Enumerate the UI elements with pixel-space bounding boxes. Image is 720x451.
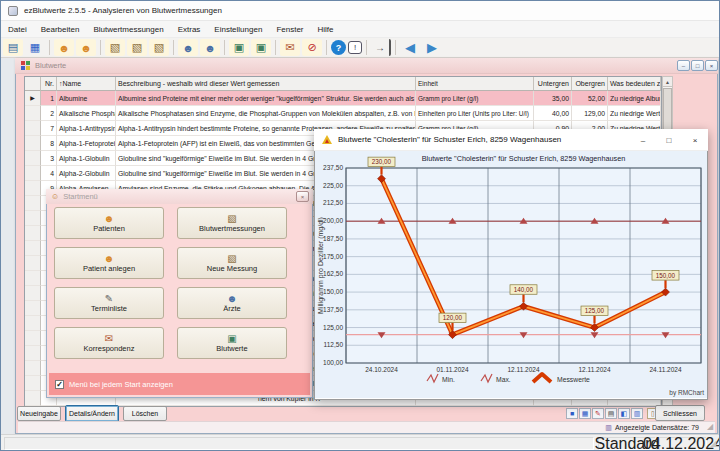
button-label: Patient anlegen xyxy=(83,264,135,273)
svg-text:Milligramm pro Deziliter (mg/: Milligramm pro Deziliter (mg/dl) xyxy=(317,217,325,314)
svg-text:137,50: 137,50 xyxy=(323,306,343,313)
measurement-new-icon[interactable]: ▧ xyxy=(127,39,147,56)
exit-icon[interactable]: → xyxy=(371,39,391,56)
col-obergrenze[interactable]: Obergren xyxy=(572,77,608,91)
view-card-icon[interactable]: ■ xyxy=(566,408,578,419)
terminliste-button[interactable]: ✎ Terminliste xyxy=(54,287,164,319)
col-einheit[interactable]: Einheit xyxy=(416,77,534,91)
svg-text:Max.: Max. xyxy=(496,376,511,383)
toolbar-separator xyxy=(100,40,101,55)
correspondence-icon[interactable]: ✉ xyxy=(280,39,300,56)
aerzte-button[interactable]: ☻ Ärzte xyxy=(177,287,287,319)
no-show-icon[interactable]: ⊘ xyxy=(302,39,322,56)
chart-maximize-button[interactable]: □ xyxy=(656,129,682,151)
toolbar-separator xyxy=(366,40,367,55)
patient-new-icon[interactable]: ☻ xyxy=(76,39,96,56)
menu-extras[interactable]: Extras xyxy=(171,23,208,36)
col-untergrenze[interactable]: Untergren xyxy=(534,77,572,91)
col-niedrige-werte[interactable]: Was bedeuten zu niedrige V xyxy=(608,77,661,91)
menu-fenster[interactable]: Fenster xyxy=(269,23,310,36)
statusbar-date: 04.12.2024 xyxy=(659,437,707,450)
loeschen-button[interactable]: Löschen xyxy=(123,406,167,421)
toolbar-separator xyxy=(326,40,327,55)
menu-einstellungen[interactable]: Einstellungen xyxy=(207,23,269,36)
menu-blutwertmessungen[interactable]: Blutwertmessungen xyxy=(86,23,170,36)
button-label: Blutwerte xyxy=(216,344,247,353)
titlebar: ezBlutwerte 2.5.5 - Analysieren von Blut… xyxy=(1,1,720,21)
svg-text:225,00: 225,00 xyxy=(323,182,343,189)
table-row[interactable]: ▶ 1 Albumine Albumine sind Proteine mit … xyxy=(25,91,661,106)
table-view-icon[interactable]: ▥ xyxy=(631,408,643,419)
menu-datei[interactable]: Datei xyxy=(1,23,34,36)
close-button[interactable]: × xyxy=(705,60,718,71)
svg-text:Min.: Min. xyxy=(442,376,455,383)
statusbar-panel xyxy=(4,437,594,450)
col-beschreibung[interactable]: Beschreibung - weshalb wird dieser Wert … xyxy=(116,77,416,91)
apps-grid-icon[interactable]: ▦ xyxy=(25,39,45,56)
menu-bearbeiten[interactable]: Bearbeiten xyxy=(34,23,87,36)
blutwerte-button[interactable]: ▣ Blutwerte xyxy=(177,327,287,359)
startmenu-close-icon[interactable]: × xyxy=(296,191,309,202)
cholesterol-line-chart: 100,00112,50125,00137,50150,00162,50175,… xyxy=(315,151,707,398)
records-icon: ▥ xyxy=(605,424,612,432)
blutwerte-titlebar[interactable]: Blutwerte xyxy=(15,58,718,74)
restore-button[interactable]: □ xyxy=(691,60,704,71)
edit-chart-icon[interactable]: ✎ xyxy=(592,408,604,419)
toolbar-separator xyxy=(49,40,50,55)
nav-forward-icon[interactable]: ▶ xyxy=(422,39,442,56)
details-aendern-button[interactable]: Details/Ändern xyxy=(65,405,119,422)
correspondence-icon: ✉ xyxy=(105,333,113,344)
svg-text:125,00: 125,00 xyxy=(585,307,605,314)
window-resize-grip[interactable]: ◢ xyxy=(710,439,716,448)
resize-grip[interactable]: ◢ xyxy=(707,422,713,431)
patient-anlegen-button[interactable]: ☻ Patient anlegen xyxy=(54,247,164,279)
nav-back-icon[interactable]: ◀ xyxy=(400,39,420,56)
col-selector xyxy=(25,77,41,91)
svg-text:125,00: 125,00 xyxy=(323,324,343,331)
feedback-icon[interactable]: ! xyxy=(348,41,362,54)
svg-text:01.11.2024: 01.11.2024 xyxy=(436,366,468,373)
svg-text:Blutwerte "Cholesterin" für Sc: Blutwerte "Cholesterin" für Schuster Eri… xyxy=(422,154,626,163)
bloodvalues-list-icon[interactable]: ▣ xyxy=(229,39,249,56)
svg-text:230,00: 230,00 xyxy=(372,158,392,165)
patienten-button[interactable]: ☻ Patienten xyxy=(54,207,164,239)
col-nr[interactable]: Nr. xyxy=(41,77,57,91)
button-label: Neue Messung xyxy=(207,264,257,273)
show-at-start-checkbox[interactable]: ✓ xyxy=(55,380,64,389)
minimize-button[interactable]: – xyxy=(677,60,690,71)
record-count: Angezeigte Datensätze: 79 xyxy=(615,424,699,431)
measurement-analyze-icon[interactable]: ▧ xyxy=(149,39,169,56)
schliessen-button[interactable]: Schliessen xyxy=(655,405,705,421)
toolbar-separator xyxy=(173,40,174,55)
phonebook-icon[interactable]: ▤ xyxy=(3,39,23,56)
export-icon[interactable]: ◧ xyxy=(618,408,630,419)
chart-close-button[interactable]: × xyxy=(682,129,708,151)
blutwerte-statusbar: ▥ Angezeigte Datensätze: 79 xyxy=(18,421,715,433)
scrollbar-thumb[interactable] xyxy=(663,88,672,130)
col-name[interactable]: ↑Name xyxy=(57,77,116,91)
doctors-icon[interactable]: ☻ xyxy=(178,39,198,56)
neueingabe-button[interactable]: Neueingabe xyxy=(17,406,61,421)
doctor-new-icon[interactable]: ☻ xyxy=(200,39,220,56)
svg-text:24.11.2024: 24.11.2024 xyxy=(649,366,681,373)
blutwertmessungen-button[interactable]: ▧ Blutwertmessungen xyxy=(177,207,287,239)
view-grid-icon[interactable]: ▦ xyxy=(579,408,591,419)
print-icon[interactable]: ▤ xyxy=(605,408,617,419)
patients-icon[interactable]: ☻ xyxy=(54,39,74,56)
neue-messung-button[interactable]: ▧ Neue Messung xyxy=(177,247,287,279)
menu-hilfe[interactable]: Hilfe xyxy=(311,23,341,36)
scroll-up-icon[interactable]: ▲ xyxy=(662,76,673,87)
schedule-icon: ✎ xyxy=(105,293,113,304)
checkbox-label: Menü bei jedem Start anzeigen xyxy=(69,380,173,389)
bloodvalue-new-icon[interactable]: ▣ xyxy=(251,39,271,56)
startmenu-titlebar[interactable]: ☺ Startmenü xyxy=(46,189,313,204)
korrespondenz-button[interactable]: ✉ Korrespondenz xyxy=(54,327,164,359)
svg-text:187,50: 187,50 xyxy=(323,235,343,242)
measurements-icon[interactable]: ▧ xyxy=(105,39,125,56)
blutwerte-window-icon xyxy=(21,61,30,70)
svg-text:200,00: 200,00 xyxy=(323,217,343,224)
chart-minimize-button[interactable]: – xyxy=(630,129,656,151)
help-icon[interactable]: ? xyxy=(331,40,346,55)
startmenu-title: Startmenü xyxy=(63,192,98,201)
table-row[interactable]: 2Alkalische PhosphataseAlkalische Phosph… xyxy=(25,106,661,121)
